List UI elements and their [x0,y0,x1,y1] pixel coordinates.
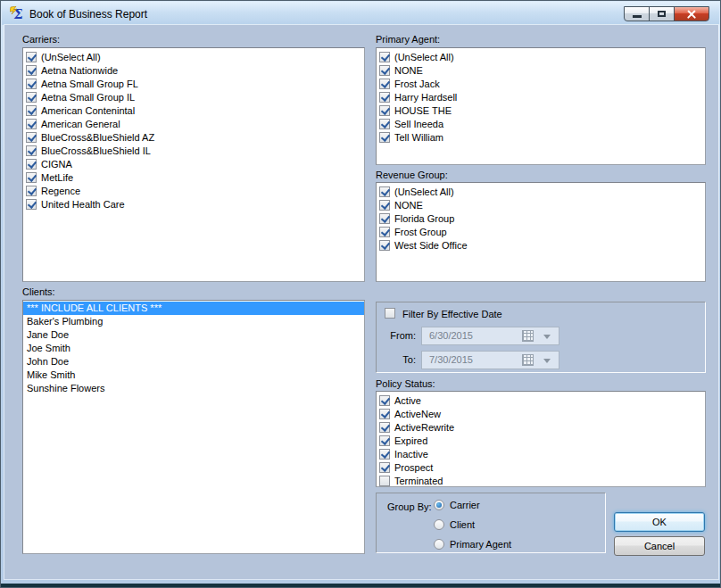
primary-agent-list[interactable]: (UnSelect All)NONEFrost JackHarry Hardse… [376,47,706,165]
checklist-item[interactable]: MetLife [23,170,364,184]
to-date-picker[interactable]: 7/30/2015 [421,351,559,369]
checklist-item[interactable]: (UnSelect All) [23,50,364,63]
checkbox-icon[interactable] [26,159,37,170]
checklist-item[interactable]: Frost Group [377,225,705,238]
checklist-item[interactable]: ActiveRewrite [377,420,705,434]
list-item[interactable]: Joe Smith [23,342,364,355]
minimize-button[interactable] [624,6,650,21]
checklist-item[interactable]: Expired [377,434,705,447]
checkbox-icon[interactable] [26,65,37,76]
radio-option[interactable]: Primary Agent [434,534,511,554]
checkbox-icon[interactable] [379,395,390,406]
checklist-item[interactable]: Aetna Small Group IL [23,90,364,104]
checklist-item[interactable]: Prospect [377,460,705,474]
close-button[interactable] [674,6,709,21]
radio-icon[interactable] [434,519,444,530]
list-item[interactable]: Baker's Plumbing [23,315,364,328]
checkbox-icon[interactable] [379,240,390,251]
list-item[interactable]: Sunshine Flowers [23,382,364,395]
radio-icon[interactable] [434,539,444,550]
checklist-item[interactable]: Inactive [377,447,705,460]
radio-icon[interactable] [434,500,444,510]
minimize-icon [633,15,642,18]
ok-button[interactable]: OK [614,512,705,532]
checkbox-icon[interactable] [379,227,390,237]
checklist-item[interactable]: West Side Office [377,238,705,252]
checkbox-icon[interactable] [26,105,37,116]
checklist-item[interactable]: Tell William [377,130,705,144]
checklist-item-label: HOUSE THE [390,105,452,116]
checkbox-icon[interactable] [26,199,37,210]
checklist-item[interactable]: Frost Jack [377,77,705,90]
checklist-item[interactable]: CIGNA [23,157,364,170]
checklist-item[interactable]: Florida Group [377,211,705,225]
group-by-label: Group By: [387,501,432,512]
clients-list[interactable]: *** INCLUDE ALL CLIENTS ***Baker's Plumb… [22,300,365,554]
list-item[interactable]: Mike Smith [23,369,364,382]
checkbox-icon[interactable] [26,92,37,103]
list-item[interactable]: Jane Doe [23,328,364,342]
policy-status-list[interactable]: ActiveActiveNewActiveRewriteExpiredInact… [376,391,706,487]
checklist-item-label: Sell Ineeda [390,119,443,129]
title-bar[interactable]: Σ Book of Business Report [2,2,719,25]
checkbox-icon[interactable] [379,105,390,116]
checklist-item[interactable]: BlueCross&BlueShield AZ [23,130,364,144]
checklist-item[interactable]: ActiveNew [377,407,705,420]
maximize-button[interactable] [649,6,675,21]
checkbox-icon[interactable] [379,92,390,103]
carriers-list[interactable]: (UnSelect All)Aetna NationwideAetna Smal… [22,47,365,282]
revenue-group-list[interactable]: (UnSelect All)NONEFlorida GroupFrost Gro… [376,182,706,282]
radio-option[interactable]: Carrier [434,495,511,515]
checklist-item-label: United Health Care [37,199,125,210]
list-item[interactable]: John Doe [23,355,364,369]
checklist-item[interactable]: Active [377,393,705,407]
checklist-item[interactable]: Harry Hardsell [377,90,705,104]
checklist-item-label: ActiveRewrite [390,422,454,433]
checkbox-icon[interactable] [379,65,390,76]
checkbox-icon[interactable] [379,409,390,419]
checkbox-icon[interactable] [26,119,37,129]
checklist-item[interactable]: HOUSE THE [377,104,705,117]
checkbox-icon[interactable] [26,172,37,183]
checkbox-icon[interactable] [26,186,37,196]
radio-option[interactable]: Client [434,515,511,534]
checklist-item[interactable]: Sell Ineeda [377,117,705,130]
checkbox-icon[interactable] [379,422,390,433]
to-date-value: 7/30/2015 [429,354,473,365]
checkbox-icon[interactable] [379,119,390,129]
checkbox-icon[interactable] [379,79,390,89]
checklist-item[interactable]: Regence [23,184,364,197]
checkbox-icon[interactable] [379,186,390,197]
checklist-item[interactable]: Terminated [377,474,705,487]
list-item[interactable]: *** INCLUDE ALL CLIENTS *** [23,302,364,315]
checklist-item[interactable]: NONE [377,198,705,211]
checklist-item[interactable]: United Health Care [23,197,364,211]
checklist-item[interactable]: BlueCross&BlueShield IL [23,144,364,157]
filter-by-effective-date-checkbox[interactable] [385,308,395,319]
checklist-item[interactable]: (UnSelect All) [377,185,705,198]
checkbox-icon[interactable] [379,462,390,473]
checkbox-icon[interactable] [379,52,390,62]
checklist-item[interactable]: Aetna Nationwide [23,63,364,77]
checkbox-icon[interactable] [379,200,390,211]
checkbox-icon[interactable] [379,213,390,224]
from-date-picker[interactable]: 6/30/2015 [421,327,559,345]
checkbox-icon[interactable] [26,132,37,143]
checklist-item[interactable]: American General [23,117,364,130]
checklist-item[interactable]: (UnSelect All) [377,50,705,63]
checklist-item[interactable]: Aetna Small Group FL [23,77,364,90]
checklist-item[interactable]: NONE [377,63,705,77]
cancel-button[interactable]: Cancel [614,536,705,556]
checkbox-icon[interactable] [379,476,390,486]
checkbox-icon[interactable] [379,449,390,460]
chevron-down-icon[interactable] [543,359,551,363]
checklist-item-label: Harry Hardsell [390,92,457,103]
checkbox-icon[interactable] [379,435,390,446]
checkbox-icon[interactable] [26,79,37,89]
checkbox-icon[interactable] [26,145,37,156]
checklist-item[interactable]: American Contenintal [23,104,364,117]
chevron-down-icon[interactable] [543,335,551,339]
radio-option-label: Carrier [444,500,480,510]
checkbox-icon[interactable] [26,52,37,62]
checkbox-icon[interactable] [379,132,390,143]
